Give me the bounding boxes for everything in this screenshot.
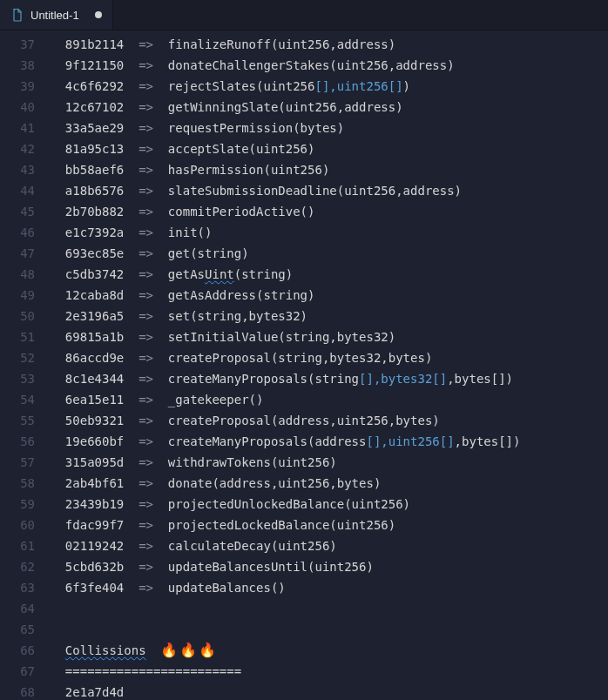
line-text: 33a5ae29 => requestPermission(bytes) (51, 118, 520, 138)
line-text: 23439b19 => projectedUnlockedBalance(uin… (51, 494, 520, 515)
line-text: 69815a1b => setInitialValue(string,bytes… (51, 326, 520, 347)
line-text: 6f3fe404 => updateBalances() (51, 577, 520, 598)
line-number: 54 (0, 389, 51, 410)
line-number: 39 (0, 76, 51, 97)
line-number: 43 (0, 159, 51, 180)
code-line[interactable]: 66 Collissions 🔥🔥🔥 (0, 640, 520, 661)
line-number: 49 (0, 285, 51, 306)
line-number: 68 (0, 682, 51, 700)
line-text: 693ec85e => get(string) (51, 243, 520, 264)
line-number: 58 (0, 473, 51, 494)
line-text: Collissions 🔥🔥🔥 (51, 640, 520, 661)
line-text (51, 619, 520, 640)
line-number: 44 (0, 180, 51, 201)
code-line[interactable]: 46 e1c7392a => init() (0, 222, 520, 243)
line-text: fdac99f7 => projectedLockedBalance(uint2… (51, 515, 520, 535)
line-number: 50 (0, 306, 51, 326)
code-line[interactable]: 42 81a95c13 => acceptSlate(uint256) (0, 138, 520, 159)
line-text: 2b70b882 => commitPeriodActive() (51, 201, 520, 222)
line-text: e1c7392a => init() (51, 222, 520, 243)
line-number: 56 (0, 431, 51, 452)
line-text: 8c1e4344 => createManyProposals(string[]… (51, 368, 520, 389)
line-text: 891b2114 => finalizeRunoff(uint256,addre… (51, 34, 520, 55)
code-line[interactable]: 59 23439b19 => projectedUnlockedBalance(… (0, 494, 520, 515)
code-line[interactable]: 53 8c1e4344 => createManyProposals(strin… (0, 368, 520, 389)
line-number: 64 (0, 598, 51, 619)
line-number: 65 (0, 619, 51, 640)
line-number: 42 (0, 138, 51, 159)
line-number: 40 (0, 97, 51, 118)
code-line[interactable]: 58 2ab4bf61 => donate(address,uint256,by… (0, 473, 520, 494)
code-line[interactable]: 64 (0, 598, 520, 619)
code-line[interactable]: 38 9f121150 => donateChallengerStakes(ui… (0, 55, 520, 76)
tab-bar: Untitled-1 (0, 0, 608, 30)
code-line[interactable]: 63 6f3fe404 => updateBalances() (0, 577, 520, 598)
code-line[interactable]: 45 2b70b882 => commitPeriodActive() (0, 201, 520, 222)
line-number: 63 (0, 577, 51, 598)
line-text: 19e660bf => createManyProposals(address[… (51, 431, 520, 452)
code-line[interactable]: 44 a18b6576 => slateSubmissionDeadline(u… (0, 180, 520, 201)
code-line[interactable]: 52 86accd9e => createProposal(string,byt… (0, 347, 520, 368)
line-number: 53 (0, 368, 51, 389)
dirty-indicator-icon (95, 11, 102, 18)
line-number: 66 (0, 640, 51, 661)
code-line[interactable]: 51 69815a1b => setInitialValue(string,by… (0, 326, 520, 347)
line-text: bb58aef6 => hasPermission(uint256) (51, 159, 520, 180)
line-number: 52 (0, 347, 51, 368)
code-line[interactable]: 47 693ec85e => get(string) (0, 243, 520, 264)
editor-area[interactable]: 37 891b2114 => finalizeRunoff(uint256,ad… (0, 30, 608, 700)
code-line[interactable]: 54 6ea15e11 => _gatekeeper() (0, 389, 520, 410)
line-number: 47 (0, 243, 51, 264)
code-line[interactable]: 56 19e660bf => createManyProposals(addre… (0, 431, 520, 452)
line-text: 12c67102 => getWinningSlate(uint256,addr… (51, 97, 520, 118)
line-number: 51 (0, 326, 51, 347)
file-icon (10, 8, 24, 22)
line-number: 41 (0, 118, 51, 138)
line-text: 86accd9e => createProposal(string,bytes3… (51, 347, 520, 368)
editor-tab-untitled[interactable]: Untitled-1 (0, 0, 113, 30)
line-text: 315a095d => withdrawTokens(uint256) (51, 452, 520, 473)
line-text: ======================== (51, 661, 520, 682)
line-number: 62 (0, 556, 51, 577)
line-text: 5cbd632b => updateBalancesUntil(uint256) (51, 556, 520, 577)
line-number: 38 (0, 55, 51, 76)
line-text: 2e1a7d4d (51, 682, 520, 700)
line-number: 60 (0, 515, 51, 535)
line-text: 12caba8d => getAsAddress(string) (51, 285, 520, 306)
code-line[interactable]: 50 2e3196a5 => set(string,bytes32) (0, 306, 520, 326)
code-line[interactable]: 61 02119242 => calculateDecay(uint256) (0, 535, 520, 556)
line-text: 81a95c13 => acceptSlate(uint256) (51, 138, 520, 159)
line-text: 6ea15e11 => _gatekeeper() (51, 389, 520, 410)
code-line[interactable]: 68 2e1a7d4d (0, 682, 520, 700)
line-text: 4c6f6292 => rejectSlates(uint256[],uint2… (51, 76, 520, 97)
code-line[interactable]: 43 bb58aef6 => hasPermission(uint256) (0, 159, 520, 180)
line-text: 2ab4bf61 => donate(address,uint256,bytes… (51, 473, 520, 494)
line-text: 9f121150 => donateChallengerStakes(uint2… (51, 55, 520, 76)
line-text: 50eb9321 => createProposal(address,uint2… (51, 410, 520, 431)
line-number: 55 (0, 410, 51, 431)
code-line[interactable]: 48 c5db3742 => getAsUint(string) (0, 264, 520, 285)
code-line[interactable]: 67 ======================== (0, 661, 520, 682)
code-line[interactable]: 49 12caba8d => getAsAddress(string) (0, 285, 520, 306)
code-line[interactable]: 37 891b2114 => finalizeRunoff(uint256,ad… (0, 34, 520, 55)
code-line[interactable]: 60 fdac99f7 => projectedLockedBalance(ui… (0, 515, 520, 535)
line-number: 57 (0, 452, 51, 473)
code-line[interactable]: 55 50eb9321 => createProposal(address,ui… (0, 410, 520, 431)
line-number: 67 (0, 661, 51, 682)
line-text (51, 598, 520, 619)
line-number: 61 (0, 535, 51, 556)
line-number: 45 (0, 201, 51, 222)
code-line[interactable]: 39 4c6f6292 => rejectSlates(uint256[],ui… (0, 76, 520, 97)
line-number: 59 (0, 494, 51, 515)
code-rows: 37 891b2114 => finalizeRunoff(uint256,ad… (0, 34, 520, 700)
line-text: 2e3196a5 => set(string,bytes32) (51, 306, 520, 326)
line-text: a18b6576 => slateSubmissionDeadline(uint… (51, 180, 520, 201)
code-line[interactable]: 40 12c67102 => getWinningSlate(uint256,a… (0, 97, 520, 118)
code-line[interactable]: 65 (0, 619, 520, 640)
code-line[interactable]: 57 315a095d => withdrawTokens(uint256) (0, 452, 520, 473)
line-text: c5db3742 => getAsUint(string) (51, 264, 520, 285)
line-number: 46 (0, 222, 51, 243)
code-line[interactable]: 62 5cbd632b => updateBalancesUntil(uint2… (0, 556, 520, 577)
code-line[interactable]: 41 33a5ae29 => requestPermission(bytes) (0, 118, 520, 138)
line-number: 48 (0, 264, 51, 285)
